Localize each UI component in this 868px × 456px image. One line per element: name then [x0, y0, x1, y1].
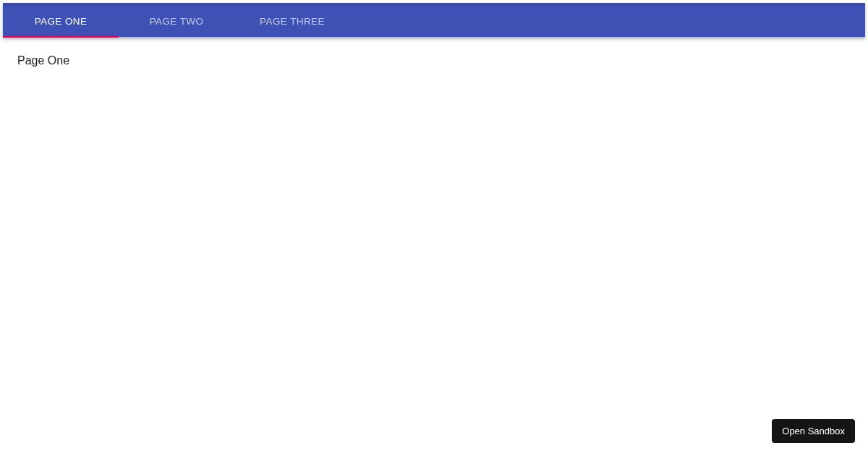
tab-label: Page Two — [150, 16, 204, 27]
tab-label: Page One — [35, 16, 88, 27]
tab-label: Page Three — [260, 16, 325, 27]
app-bar: Page One Page Two Page Three — [3, 3, 865, 37]
tab-panel: Page One — [0, 37, 868, 85]
tabs-container: Page One Page Two Page Three — [3, 6, 865, 37]
tab-page-three[interactable]: Page Three — [234, 6, 350, 37]
open-sandbox-label: Open Sandbox — [782, 426, 845, 436]
tab-page-two[interactable]: Page Two — [119, 6, 234, 37]
open-sandbox-button[interactable]: Open Sandbox — [772, 419, 855, 443]
page-content-text: Page One — [17, 54, 69, 67]
tab-page-one[interactable]: Page One — [3, 6, 119, 37]
